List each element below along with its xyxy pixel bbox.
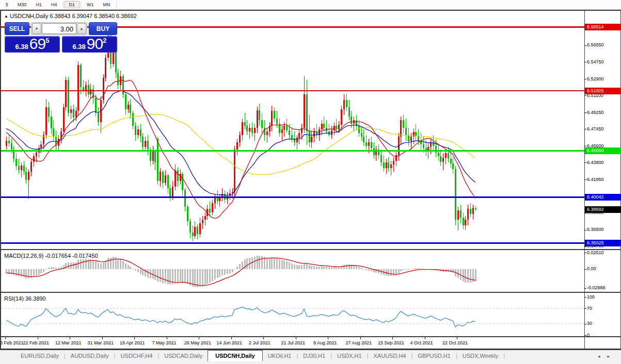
tab-eurusd-daily[interactable]: EURUSD,Daily [15,350,64,361]
date-tick [263,337,264,339]
tab-xauusd-h4[interactable]: XAUUSD,H4 [369,350,411,361]
sell-price-big: 69 [29,37,45,51]
date-label: 7 May 2021 [152,340,177,345]
macd-axis-tick [584,253,586,253]
price-axis-label: 6.41950 [587,177,604,182]
macd-axis-label: -0.02988 [587,285,606,290]
date-tick [296,337,296,339]
price-level-badge: 6.35025 [585,240,621,246]
tab-usdcad-daily[interactable]: USDCAD,Daily [159,350,208,361]
tab-scroll-arrows[interactable]: ◂▸ [598,354,617,359]
price-level-badge: 6.51605 [585,88,621,94]
date-label: 9 Aug 2021 [313,340,337,345]
rsi-label: RSI(14) 36.3890 [4,295,46,302]
sell-price-panel[interactable]: 6.38 69 5 [5,36,60,53]
timeframe-button-mn[interactable]: MN [99,1,115,8]
chart-title: ▲ USDCNH,Daily 6.38843 6.39047 6.38540 6… [4,13,137,19]
price-axis-label: 6.52900 [587,76,604,81]
volume-input[interactable]: 3.00 [42,23,76,34]
price-axis-label: 6.49250 [587,110,604,115]
pane-divider[interactable] [0,292,621,293]
buy-price-panel[interactable]: 6.38 90 2 [62,36,117,53]
macd-axis-tick [584,288,586,289]
tab-usdchf-h4[interactable]: USDCHF,H4 [116,350,158,361]
price-axis-tick [584,95,586,96]
sell-price-sup: 5 [45,37,49,44]
price-axis-tick [584,179,586,180]
timeframe-button-w1[interactable]: W1 [82,1,99,8]
timeframe-button-m30[interactable]: M30 [13,1,31,8]
timeframe-button-5[interactable]: 5 [1,1,13,8]
rsi-value: 36.3890 [25,295,46,302]
date-tick [134,337,135,339]
volume-increase-button[interactable]: ▲ [77,23,86,34]
timeframe-button-h4[interactable]: H4 [46,1,62,8]
price-axis-tick [584,112,586,113]
ma-slow-line [6,114,475,175]
buy-price-sup: 2 [103,37,106,44]
toolbar-separator [81,2,81,8]
tab-dj30-h1[interactable]: DJ30,H1 [298,350,330,361]
order-panel: SELL ▼ 3.00 ▲ BUY 6.38 69 5 6.38 90 2 [5,22,117,53]
toolbar-separator [63,2,63,8]
tab-usdx-weekly[interactable]: USDX,Weekly [457,350,503,361]
rsi-axis-label: 100 [587,294,595,300]
rsi-axis-tick [584,335,586,336]
date-label: 14 Jun 2021 [217,340,243,345]
symbol-period-label: USDCNH,Daily [10,13,49,19]
tab-audusd-daily[interactable]: AUDUSD,Daily [66,350,114,361]
pane-divider[interactable] [0,249,621,250]
tab-gbpusd-h1[interactable]: GBPUSD,H1 [412,350,456,361]
macd-signal-line [6,258,475,286]
date-label: 26 May 2021 [184,340,211,345]
price-axis-label: 6.54750 [587,59,604,64]
date-tick [199,337,199,339]
sell-price-prefix: 6.38 [15,42,28,51]
rsi-axis-label: 0 [587,333,590,338]
price-level-badge: 6.45060 [585,147,621,154]
sell-button[interactable]: SELL [5,22,29,35]
buy-price-prefix: 6.38 [73,42,86,51]
date-tick [360,337,361,339]
tab-usdcnh-daily[interactable]: USDCNH,Daily [208,350,262,361]
price-axis-tick [584,129,586,129]
trading-terminal: 5M30H1H4D1W1MN ▲ USDCNH,Daily 6.38843 6.… [0,0,621,364]
ma-mid-line [6,91,475,195]
timeframe-button-d1[interactable]: D1 [65,1,80,8]
date-tick [457,337,457,339]
date-tick [5,337,6,339]
tab-ukoil-h1[interactable]: UKOil,H1 [263,350,297,361]
date-label: 21 Jul 2021 [281,340,306,345]
price-axis-tick [584,146,586,146]
date-tick [102,337,103,339]
date-label: 2 Jul 2021 [249,340,270,345]
rsi-indicator-canvas[interactable] [1,294,584,336]
price-level-badge: 6.58514 [585,24,621,30]
date-tick [231,337,232,339]
date-tick [38,337,38,339]
toolbar-separator [116,2,117,8]
volume-spinner: ▼ 3.00 ▲ [31,22,87,35]
price-axis-label: 6.47450 [587,126,604,131]
candlesticks [6,32,476,241]
rsi-axis-tick [584,297,586,297]
timeframe-button-h1[interactable]: H1 [31,1,47,8]
volume-decrease-button[interactable]: ▼ [32,23,41,34]
price-axis-tick [584,162,586,163]
tab-separator: | [503,350,505,359]
price-axis-tick [584,45,586,46]
price-level-badge: 6.40042 [585,194,621,201]
price-axis-label: 6.36500 [587,227,604,232]
pane-divider[interactable] [0,336,621,337]
buy-button[interactable]: BUY [89,22,117,35]
date-tick [167,337,167,339]
macd-values: -0.017654 -0.017450 [45,253,98,259]
price-axis-tick [584,62,586,62]
ohlc-values: 6.38843 6.39047 6.38540 6.38692 [50,13,137,19]
macd-axis-label: 0.00 [587,266,596,271]
price-direction-icon: ▲ [4,14,8,19]
tab-usdx-h1[interactable]: USDX,H1 [332,350,367,361]
rsi-line [6,307,475,327]
symbol-tab-bar: EURUSD,Daily|AUDUSD,Daily|USDCHF,H4|USDC… [0,350,621,364]
rsi-axis-tick [584,324,586,324]
